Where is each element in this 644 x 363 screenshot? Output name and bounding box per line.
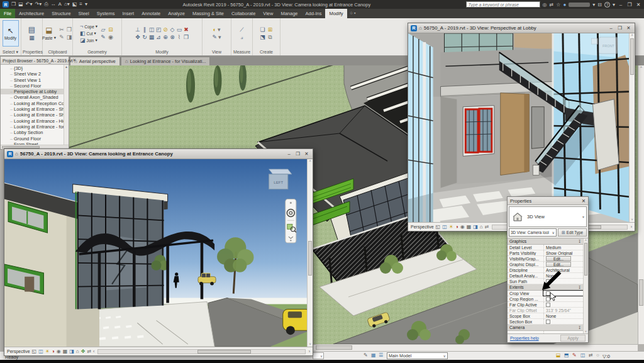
maximize-icon[interactable]: ❐	[294, 151, 301, 157]
scroll-left-icon[interactable]: ‹	[93, 349, 94, 354]
match-props-icon[interactable]: ◨	[67, 35, 72, 40]
paint-icon[interactable]: ◉	[108, 35, 113, 40]
canopy-vertical-scrollbar[interactable]: ˄˅	[307, 159, 313, 347]
crop-view-icon[interactable]: ◉	[57, 349, 61, 354]
worksharing-icon[interactable]: ◫	[580, 353, 586, 358]
search-icon[interactable]: ◎	[543, 2, 547, 8]
temporary-hide-icon[interactable]: ◨	[473, 225, 478, 230]
properties-scrollbar[interactable]: ˄˅	[583, 238, 588, 333]
minimize-icon[interactable]: ‒	[608, 25, 614, 31]
property-row[interactable]: Parts VisibilityShow Original	[508, 250, 583, 256]
lobby-vertical-scrollbar[interactable]: ˄˅	[629, 33, 635, 222]
scale-perspective-label[interactable]: Perspective	[411, 225, 434, 229]
edit-requests-icon[interactable]: ✎	[572, 353, 577, 358]
property-row[interactable]: Far Clip Active	[508, 302, 583, 308]
type-selector[interactable]: 3D View ▾	[509, 206, 587, 227]
link-icon[interactable]: ⬒	[564, 353, 569, 358]
canopy-view-body[interactable]: LEFT ˄˅	[4, 159, 313, 347]
design-options-select[interactable]: ∨	[313, 352, 324, 359]
demolish-icon[interactable]: ✎	[101, 35, 106, 40]
tab-view[interactable]: View	[259, 9, 277, 18]
apply-button[interactable]: Apply	[560, 335, 586, 342]
tab-modify[interactable]: Modify	[325, 9, 347, 18]
tab-systems[interactable]: Systems	[93, 9, 119, 18]
shadows-icon[interactable]: ◫	[442, 225, 447, 230]
favorites-star-icon[interactable]: ☆	[556, 2, 560, 8]
close-icon[interactable]: ✕	[625, 25, 632, 31]
tab-file[interactable]: File	[0, 9, 15, 18]
temporary-hide-icon[interactable]: ◨	[69, 349, 74, 354]
tree-item[interactable]: Looking at Entrance - Sha	[1, 112, 64, 118]
section-icon[interactable]: ⬕	[72, 1, 77, 8]
measure-tool-icon[interactable]: ⟋	[240, 27, 243, 33]
tree-item[interactable]: Looking at Entrance - for	[1, 124, 64, 130]
close-icon[interactable]: ✕	[582, 198, 586, 204]
cope-button[interactable]: ¬Cope ▾	[80, 24, 97, 30]
window-title-bar[interactable]: R ⌂ 56750_A - 2019.rvt - 3D View: Camera…	[4, 149, 313, 159]
extend-icon[interactable]: ▭	[177, 27, 182, 33]
minimize-button[interactable]: ‒	[618, 2, 624, 8]
copy-modify-icon[interactable]: ❐	[184, 35, 189, 40]
open-icon[interactable]: ❒	[11, 1, 16, 8]
tab-annotate[interactable]: Annotate	[138, 9, 164, 18]
instance-selector[interactable]: 3D View: Camera lool ∨	[509, 228, 557, 237]
properties-help-link[interactable]: Properties help	[510, 336, 539, 340]
measure-icon[interactable]: ↔	[51, 1, 56, 8]
array-icon[interactable]: ▦	[149, 35, 155, 40]
create-similar-icon[interactable]: ⊞	[268, 27, 273, 33]
maximize-icon[interactable]: ❐	[616, 25, 623, 31]
paste-icon[interactable]: ⬓	[45, 26, 52, 34]
edit-button[interactable]: Edit...	[546, 256, 571, 261]
split-icon[interactable]: ⊘	[163, 27, 168, 33]
help-icon[interactable]: ?	[604, 2, 610, 8]
navigation-bar[interactable]	[286, 199, 296, 243]
scale-perspective-label[interactable]: Perspective	[7, 349, 30, 354]
scroll-right-icon[interactable]: ›	[631, 225, 632, 229]
user-menu-chevron-icon[interactable]: ▾	[592, 2, 595, 8]
match-type-icon[interactable]: ✎	[59, 35, 64, 40]
far-clip-checkbox[interactable]	[546, 303, 550, 307]
signin-user-icon[interactable]: ●	[563, 2, 566, 8]
property-row[interactable]: Section Box	[508, 319, 583, 325]
text-icon[interactable]: A	[58, 1, 62, 8]
tab-collaborate[interactable]: Collaborate	[228, 9, 259, 18]
reveal-hidden-icon[interactable]: ⌂	[480, 225, 483, 230]
exchange-apps-icon[interactable]: ⇄	[550, 2, 554, 8]
panel-label-measure[interactable]: Measure	[231, 48, 252, 55]
pin-icon[interactable]: ↧	[578, 284, 581, 290]
scroll-right-icon[interactable]: ›	[309, 349, 310, 354]
lobby-view-body[interactable]: FRONT ˄˅	[408, 33, 635, 222]
window-title-bar[interactable]: R ⌂ 56750_A - 2019.rvt - 3D View: Perspe…	[408, 23, 635, 33]
trim-icon[interactable]: ◇	[170, 27, 175, 33]
copy-icon[interactable]: ❐	[67, 27, 72, 33]
tree-item[interactable]: Second Floor	[1, 83, 64, 89]
create-parts-icon[interactable]: ⧉	[268, 35, 272, 40]
worksets-select[interactable]: Main Model∨	[387, 352, 448, 359]
save-icon[interactable]: ⬓	[18, 1, 23, 8]
sun-path-icon[interactable]: ☀	[45, 349, 50, 354]
panel-label-geometry[interactable]: Geometry	[73, 48, 121, 55]
revit-logo-icon[interactable]: R	[3, 1, 9, 8]
close-icon[interactable]: ✕	[303, 151, 310, 157]
qat-customize-icon[interactable]: ▾	[85, 1, 87, 8]
unpin-icon[interactable]: ⊗	[170, 35, 175, 40]
visual-style-icon[interactable]: ◱	[32, 349, 37, 354]
panel-label-modify[interactable]: Modify	[122, 48, 202, 55]
render-icon[interactable]: ◑	[455, 225, 458, 230]
dimension-icon[interactable]: ⟓	[240, 35, 243, 40]
pin-icon[interactable]: ⊕	[163, 35, 168, 40]
tree-item-selected[interactable]: Perspective at Lobby	[1, 89, 64, 94]
tab-analyze[interactable]: Analyze	[164, 9, 189, 18]
tree-item[interactable]: Lobby Section	[1, 130, 64, 135]
property-row[interactable]: Detail LevelMedium	[508, 245, 583, 250]
tree-item[interactable]: Looking at Entrance - Hid	[1, 118, 64, 124]
property-row[interactable]: Visibility/Grap...Edit...	[508, 256, 583, 262]
highlight-displacement-icon[interactable]: ✥	[81, 349, 86, 354]
crop-view-icon[interactable]: ◉	[460, 225, 465, 230]
mirror-line-icon[interactable]: ◰	[156, 27, 162, 33]
worksharing-display-icon[interactable]: ⇄	[485, 225, 489, 230]
move-icon[interactable]: ✥	[135, 35, 140, 40]
rotate-icon[interactable]: ↻	[142, 35, 147, 40]
shadows-icon[interactable]: ◫	[38, 349, 43, 354]
close-button[interactable]: ✕	[635, 2, 641, 8]
